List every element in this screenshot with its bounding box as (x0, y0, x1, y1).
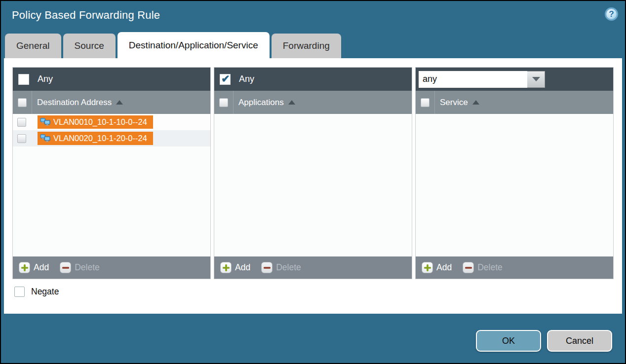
destination-column-header: Destination Address (13, 91, 210, 114)
delete-icon (463, 262, 474, 273)
applications-list (214, 114, 412, 256)
destination-address-column: Any Destination Address (12, 67, 211, 279)
service-column: Service Add Delete (415, 67, 614, 279)
tab-general[interactable]: General (5, 34, 61, 58)
add-icon (220, 262, 232, 273)
applications-delete-button[interactable]: Delete (261, 262, 301, 273)
row-checkbox[interactable] (17, 118, 26, 127)
address-object-chip[interactable]: VLAN0010_10-1-10-0--24 (38, 115, 153, 129)
applications-footer-toolbar: Add Delete (214, 256, 412, 279)
service-dropdown-bar (416, 68, 613, 91)
service-delete-button[interactable]: Delete (463, 262, 503, 273)
delete-button-label: Delete (75, 262, 100, 273)
sort-asc-icon[interactable] (472, 100, 479, 105)
service-list (416, 114, 613, 256)
destination-header-label[interactable]: Destination Address (37, 98, 112, 108)
add-button-label: Add (235, 262, 250, 273)
destination-delete-button[interactable]: Delete (60, 262, 100, 273)
add-button-label: Add (436, 262, 452, 273)
destination-any-label: Any (38, 74, 53, 84)
service-header-checkbox-cell (416, 91, 435, 114)
destination-any-bar: Any (13, 68, 210, 91)
network-icon (40, 118, 50, 126)
applications-add-button[interactable]: Add (220, 262, 250, 273)
destination-header-checkbox-cell (13, 91, 32, 114)
sort-asc-icon[interactable] (116, 100, 123, 105)
help-icon[interactable]: ? (605, 7, 618, 21)
applications-column-header: Applications (214, 91, 412, 114)
dialog-title: Policy Based Forwarding Rule (12, 9, 160, 22)
address-item-label: VLAN0020_10-1-20-0--24 (53, 134, 147, 143)
cancel-button[interactable]: Cancel (547, 330, 612, 352)
question-mark-glyph: ? (609, 10, 614, 18)
applications-select-all-checkbox[interactable] (219, 98, 228, 107)
network-icon (40, 134, 50, 143)
delete-icon (60, 262, 71, 273)
destination-address-row[interactable]: VLAN0010_10-1-10-0--24 (13, 114, 210, 130)
tab-bar: General Source Destination/Application/S… (5, 32, 341, 58)
negate-row: Negate (14, 287, 59, 297)
add-button-label: Add (34, 262, 49, 273)
row-checkbox[interactable] (17, 134, 26, 143)
destination-any-checkbox[interactable] (18, 74, 29, 85)
service-footer-toolbar: Add Delete (416, 256, 613, 279)
destination-address-list: VLAN0010_10-1-10-0--24 VLAN0020_10-1-20-… (13, 114, 210, 256)
service-add-button[interactable]: Add (422, 262, 452, 273)
applications-column: Any Applications Add (214, 67, 412, 279)
dialog-action-buttons: OK Cancel (476, 330, 612, 352)
service-dropdown-input[interactable] (419, 71, 527, 88)
delete-button-label: Delete (477, 262, 503, 273)
service-header-label[interactable]: Service (440, 98, 468, 108)
service-column-header: Service (416, 91, 613, 114)
sort-asc-icon[interactable] (288, 100, 295, 105)
applications-header-checkbox-cell (214, 91, 234, 114)
destination-add-button[interactable]: Add (19, 262, 49, 273)
policy-based-forwarding-rule-dialog: Policy Based Forwarding Rule ? General S… (0, 0, 626, 364)
tab-forwarding[interactable]: Forwarding (272, 34, 341, 58)
add-icon (19, 262, 30, 273)
address-item-label: VLAN0010_10-1-10-0--24 (53, 117, 147, 127)
negate-checkbox[interactable] (14, 287, 25, 297)
add-icon (422, 262, 433, 273)
applications-any-label: Any (239, 74, 254, 84)
address-object-chip[interactable]: VLAN0020_10-1-20-0--24 (38, 132, 153, 145)
service-dropdown-button[interactable] (527, 71, 545, 88)
applications-any-checkbox[interactable] (220, 74, 231, 85)
applications-header-label[interactable]: Applications (238, 98, 284, 108)
destination-address-row[interactable]: VLAN0020_10-1-20-0--24 (13, 130, 210, 146)
destination-select-all-checkbox[interactable] (18, 98, 27, 107)
tab-source[interactable]: Source (63, 34, 116, 58)
applications-any-bar: Any (214, 68, 412, 91)
columns-container: Any Destination Address (12, 67, 614, 279)
service-select-all-checkbox[interactable] (421, 98, 430, 107)
destination-footer-toolbar: Add Delete (13, 256, 210, 279)
chevron-down-icon (532, 77, 540, 81)
tab-destination-application-service[interactable]: Destination/Application/Service (117, 32, 270, 58)
negate-label: Negate (31, 287, 59, 297)
delete-icon (261, 262, 273, 273)
tab-content-panel: Any Destination Address (4, 58, 622, 314)
ok-button[interactable]: OK (476, 330, 541, 352)
delete-button-label: Delete (276, 262, 301, 273)
